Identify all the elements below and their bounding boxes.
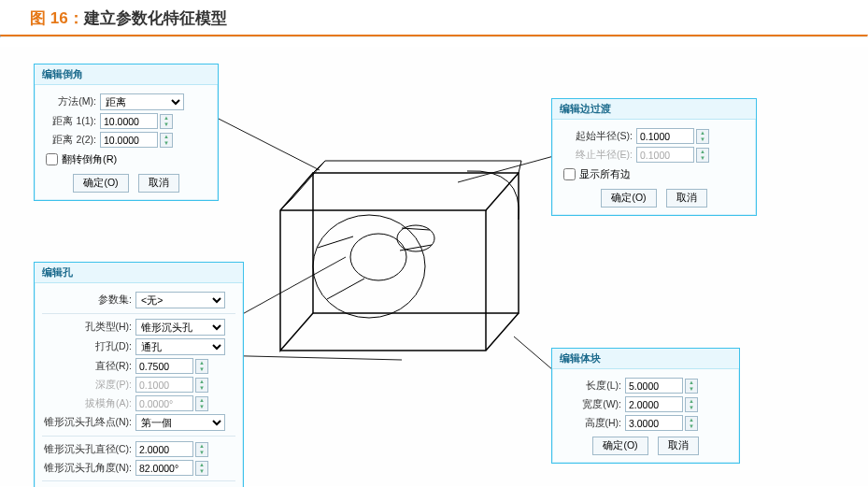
hole-depth-label: 深度(P): [42, 379, 132, 392]
hole-cskang-label: 锥形沉头孔角度(N): [42, 462, 132, 475]
hole-title: 编辑孔 [35, 263, 243, 283]
hole-paramset-select[interactable]: <无> [135, 292, 225, 308]
spinner-icon[interactable]: ▲▼ [195, 359, 208, 374]
spinner-icon[interactable]: ▲▼ [685, 379, 698, 394]
chamfer-dist2-label: 距离 2(2): [42, 134, 96, 147]
spinner-icon: ▲▼ [195, 378, 208, 393]
figure-number: 图 16： [30, 9, 84, 27]
figure-caption: 图 16：建立参数化特征模型 [30, 0, 868, 29]
blend-title: 编辑边过渡 [552, 99, 756, 120]
svg-line-0 [215, 117, 320, 170]
spinner-icon[interactable]: ▲▼ [160, 133, 173, 148]
hole-draft-label: 拔模角(A): [42, 397, 132, 410]
chamfer-flip-checkbox[interactable] [46, 153, 58, 165]
svg-point-5 [313, 215, 425, 318]
stage: 编辑倒角 方法(M): 距离 距离 1(1): ▲▼ 距离 2(2): ▲▼ 翻… [0, 47, 868, 486]
hole-end-select[interactable]: 第一個 [135, 414, 225, 431]
block-panel: 编辑体块 长度(L): ▲▼ 宽度(W): ▲▼ 高度(H): ▲▼ 确定(O)… [551, 348, 740, 464]
hole-end-label: 锥形沉头孔终点(N): [42, 416, 132, 429]
chamfer-dist1-input[interactable] [100, 113, 158, 129]
block-cancel-button[interactable]: 取消 [658, 437, 699, 455]
hole-draft-input [135, 395, 193, 411]
blend-cancel-button[interactable]: 取消 [666, 189, 707, 208]
spinner-icon: ▲▼ [195, 396, 208, 411]
hole-cskdia-input[interactable] [135, 441, 193, 457]
chamfer-panel: 编辑倒角 方法(M): 距离 距离 1(1): ▲▼ 距离 2(2): ▲▼ 翻… [34, 64, 219, 201]
blend-end-label: 终止半径(E): [560, 149, 633, 162]
blend-start-input[interactable] [636, 128, 694, 144]
blend-all-checkbox[interactable] [563, 168, 576, 180]
chamfer-dist1-label: 距离 1(1): [42, 115, 96, 128]
spinner-icon[interactable]: ▲▼ [195, 442, 208, 457]
hole-panel: 编辑孔 参数集: <无> 孔类型(H): 锥形沉头孔 打孔(D): 通孔 直径(… [34, 262, 244, 487]
block-hgt-label: 高度(H): [560, 417, 621, 430]
block-hgt-input[interactable] [625, 415, 683, 431]
svg-point-6 [350, 234, 406, 280]
hole-cskdia-label: 锥形沉头孔直径(C): [42, 443, 132, 456]
chamfer-flip-label: 翻转倒角(R) [62, 152, 117, 166]
svg-line-3 [458, 154, 561, 182]
chamfer-title: 编辑倒角 [35, 64, 218, 85]
hole-type-select[interactable]: 锥形沉头孔 [135, 319, 225, 336]
hole-type-label: 孔类型(H): [42, 321, 132, 334]
spinner-icon[interactable]: ▲▼ [696, 129, 709, 144]
blend-all-label: 显示所有边 [579, 167, 631, 181]
hole-depth-input [135, 377, 193, 393]
hole-cskang-input[interactable] [135, 460, 193, 476]
divider [42, 436, 235, 437]
chamfer-ok-button[interactable]: 确定(O) [73, 174, 128, 193]
chamfer-dist2-input[interactable] [100, 132, 158, 148]
spinner-icon[interactable]: ▲▼ [195, 461, 208, 476]
block-wid-label: 宽度(W): [560, 398, 621, 411]
chamfer-method-label: 方法(M): [42, 95, 96, 108]
blend-start-label: 起始半径(S): [560, 130, 633, 143]
hole-drill-label: 打孔(D): [42, 340, 132, 353]
spinner-icon[interactable]: ▲▼ [685, 416, 698, 431]
chamfer-method-select[interactable]: 距离 [100, 93, 184, 110]
blend-ok-button[interactable]: 确定(O) [601, 189, 656, 208]
block-wid-input[interactable] [625, 396, 683, 412]
figure-title: 建立参数化特征模型 [84, 9, 227, 27]
block-len-label: 长度(L): [560, 380, 621, 393]
spinner-icon[interactable]: ▲▼ [685, 397, 698, 412]
blend-end-input [636, 147, 694, 163]
block-len-input[interactable] [625, 378, 683, 394]
block-title: 编辑体块 [552, 349, 739, 369]
rule [0, 35, 868, 37]
chamfer-cancel-button[interactable]: 取消 [138, 174, 179, 193]
spinner-icon: ▲▼ [696, 148, 709, 163]
spinner-icon[interactable]: ▲▼ [160, 114, 173, 129]
blend-panel: 编辑边过渡 起始半径(S): ▲▼ 终止半径(E): ▲▼ 显示所有边 确定(O… [551, 98, 757, 216]
block-ok-button[interactable]: 确定(O) [592, 437, 647, 455]
hole-dia-input[interactable] [135, 358, 193, 374]
divider [42, 480, 235, 481]
hole-dia-label: 直径(R): [42, 360, 132, 373]
hole-paramset-label: 参数集: [42, 294, 132, 307]
hole-drill-select[interactable]: 通孔 [135, 338, 225, 355]
divider [42, 313, 235, 314]
